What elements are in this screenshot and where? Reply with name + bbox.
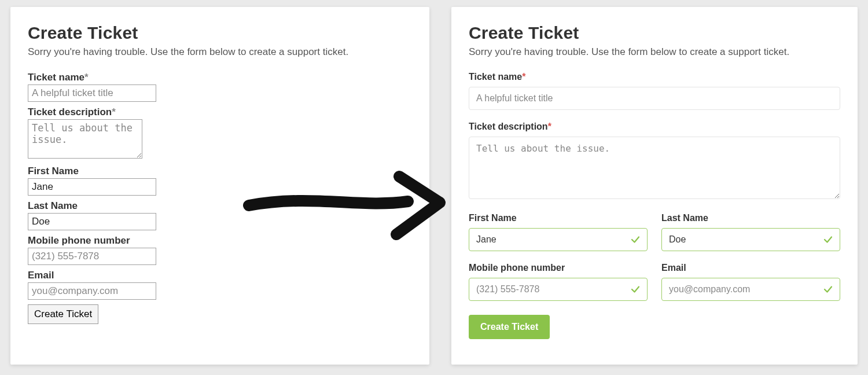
check-icon [630, 234, 641, 245]
check-icon [630, 284, 641, 295]
check-icon [823, 284, 833, 295]
required-indicator: * [522, 72, 525, 82]
ticket-description-label: Ticket description* [469, 122, 840, 132]
page-lead: Sorry you're having trouble. Use the for… [469, 46, 840, 58]
first-name-input[interactable] [469, 228, 648, 251]
phone-label: Mobile phone number [469, 263, 648, 273]
last-name-label: Last Name [28, 200, 412, 212]
page-title: Create Ticket [28, 23, 412, 43]
create-ticket-button[interactable]: Create Ticket [28, 304, 98, 324]
email-label: Email [661, 263, 840, 273]
first-name-label: First Name [469, 213, 648, 223]
check-icon [823, 234, 833, 245]
first-name-label: First Name [28, 166, 412, 177]
phone-label: Mobile phone number [28, 235, 412, 247]
phone-input[interactable] [28, 248, 156, 265]
styled-form-panel: Create Ticket Sorry you're having troubl… [451, 7, 858, 365]
phone-input[interactable] [469, 278, 648, 301]
last-name-label: Last Name [661, 213, 840, 223]
ticket-name-label: Ticket name* [469, 72, 840, 82]
ticket-name-label: Ticket name [28, 72, 412, 83]
email-label: Email [28, 270, 412, 281]
page-lead: Sorry you're having trouble. Use the for… [28, 46, 412, 58]
email-input[interactable] [661, 278, 840, 301]
ticket-description-label: Ticket description [28, 106, 412, 118]
email-input[interactable] [28, 282, 156, 300]
last-name-input[interactable] [661, 228, 840, 251]
ticket-description-input[interactable] [469, 137, 840, 199]
ticket-name-input[interactable] [28, 84, 156, 102]
required-indicator: * [548, 122, 551, 131]
first-name-input[interactable] [28, 178, 156, 196]
page-title: Create Ticket [469, 23, 840, 43]
unstyled-form-panel: Create Ticket Sorry you're having troubl… [10, 7, 429, 365]
last-name-input[interactable] [28, 213, 156, 230]
ticket-name-input[interactable] [469, 87, 840, 110]
ticket-description-input[interactable] [28, 119, 142, 159]
create-ticket-button[interactable]: Create Ticket [469, 315, 550, 339]
